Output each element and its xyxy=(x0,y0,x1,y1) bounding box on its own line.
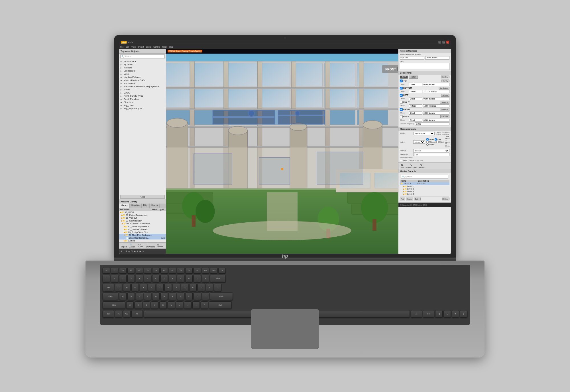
file-row-boom[interactable]: 📄 09122019 Boom Blo... DWG xyxy=(119,237,166,239)
label-button[interactable]: 🏷 Label xyxy=(138,243,145,248)
face-snap[interactable] xyxy=(435,138,437,141)
precision-input[interactable] xyxy=(413,153,449,156)
key-f10[interactable]: F10 xyxy=(185,268,193,273)
preset-level-2[interactable]: ▶📁 Level 2 xyxy=(402,188,449,190)
key-f11[interactable]: F11 xyxy=(194,268,201,273)
key-caps[interactable]: Caps xyxy=(103,293,118,300)
tab-library[interactable]: Library xyxy=(119,204,130,208)
key-y[interactable]: Y xyxy=(156,284,164,291)
menu-logic[interactable]: Logic xyxy=(146,46,151,48)
left-checkbox[interactable] xyxy=(400,94,403,97)
menu-archive[interactable]: Archive xyxy=(153,46,160,48)
object-snap[interactable] xyxy=(436,141,439,143)
key-minus[interactable]: - xyxy=(194,275,201,282)
set-right-button[interactable]: Set Right xyxy=(440,101,449,104)
key-5[interactable]: 5 xyxy=(144,275,151,282)
update-details-input[interactable]: Update details xyxy=(425,56,449,60)
tree-item-revit-function[interactable]: ▶ Revit_Function xyxy=(119,98,166,101)
key-p[interactable]: P xyxy=(189,284,197,291)
rotation-input[interactable] xyxy=(415,122,449,125)
key-f1[interactable]: F1 xyxy=(111,268,118,273)
key-f7[interactable]: F7 xyxy=(160,268,168,273)
tags-area[interactable] xyxy=(400,63,449,70)
key-6[interactable]: 6 xyxy=(152,275,160,282)
right-value-input[interactable] xyxy=(423,104,449,107)
key-equals[interactable]: = xyxy=(202,275,209,282)
assign-button[interactable]: 📎 Assign xyxy=(129,243,138,248)
tree-item-mech-plumbing[interactable]: ▶ Mechanical and Plumbing Systems xyxy=(119,85,166,88)
menu-view[interactable]: View xyxy=(131,46,136,48)
key-f4[interactable]: F4 xyxy=(136,268,143,273)
style-sets-input[interactable]: Style Sets xyxy=(400,56,424,60)
touchpad[interactable] xyxy=(251,309,319,349)
key-rbracket[interactable]: ] xyxy=(206,284,213,291)
preset-row-main[interactable]: 📁 701814... Basic Ma... xyxy=(400,182,449,185)
key-f[interactable]: F xyxy=(144,293,151,300)
top-value-input[interactable] xyxy=(423,83,449,86)
front-checkbox[interactable] xyxy=(400,108,403,111)
presets-search[interactable]: 🔍 Search xyxy=(401,175,448,179)
tab-search[interactable]: Search xyxy=(150,204,160,208)
key-7[interactable]: 7 xyxy=(160,275,168,282)
set-front-button[interactable]: Set Front xyxy=(440,108,449,111)
tree-item-tag-level[interactable]: ▶ Tag_Level xyxy=(119,104,166,107)
key-b[interactable]: B xyxy=(159,301,167,309)
key-r[interactable]: R xyxy=(140,284,147,291)
key-3[interactable]: 3 xyxy=(127,275,135,282)
file-row-archive[interactable]: ▶📁 Archive xyxy=(119,239,166,242)
key-f2[interactable]: F2 xyxy=(119,268,127,273)
toolbar-icon-1[interactable]: ⊕ xyxy=(121,250,123,253)
right-checkbox[interactable] xyxy=(400,101,403,104)
key-h[interactable]: H xyxy=(160,293,168,300)
key-o[interactable]: O xyxy=(181,284,188,291)
key-period[interactable]: . xyxy=(192,301,200,309)
key-f9[interactable]: F9 xyxy=(177,268,184,273)
clear-button[interactable]: ✕ Clear xyxy=(400,163,404,168)
key-slash[interactable]: / xyxy=(201,301,208,309)
temp-checkbox[interactable] xyxy=(400,159,402,161)
tree-item-mechanical[interactable]: ▶ Mechanical xyxy=(119,82,166,85)
edit-preset-button[interactable]: Edit... xyxy=(414,198,420,200)
measurements-header[interactable]: Measurements xyxy=(398,127,451,131)
tree-item-material[interactable]: ▶ Material Note – CAD xyxy=(119,79,166,82)
file-row-floorplan[interactable]: ▼📁 04_Floor Plan Backgrou... xyxy=(119,234,166,237)
toolbar-icon-2[interactable]: ↑ xyxy=(123,250,125,253)
key-9[interactable]: 9 xyxy=(177,275,184,282)
toolbar-icon-3[interactable]: ✦ xyxy=(125,250,127,253)
key-backslash[interactable]: \ xyxy=(214,284,221,291)
key-arrow-right[interactable]: ▶ xyxy=(460,310,467,318)
download-button[interactable]: ⬇ Download xyxy=(145,243,156,248)
key-e[interactable]: E xyxy=(131,284,139,291)
tree-item-lighting[interactable]: ▶ Lighting Fixtures xyxy=(119,76,166,79)
tree-item-revit-family[interactable]: ▶ Revit_Family_Type xyxy=(119,94,166,98)
key-0[interactable]: 0 xyxy=(185,275,193,282)
set-left-button[interactable]: Set Left xyxy=(441,94,449,97)
menu-object[interactable]: Object xyxy=(138,46,144,48)
file-row-site[interactable]: ▶📁 02_Site Utilization xyxy=(119,220,166,222)
key-c[interactable]: C xyxy=(143,301,150,309)
key-fn[interactable]: Fn xyxy=(115,310,122,318)
key-2[interactable]: 2 xyxy=(119,275,127,282)
group-preset-button[interactable]: Group xyxy=(406,198,413,200)
key-del[interactable]: Del xyxy=(218,268,226,273)
key-arrow-left[interactable]: ◀ xyxy=(435,310,443,318)
toolbar-icon-8[interactable]: ◆ xyxy=(139,250,141,253)
minimize-button[interactable]: − xyxy=(438,41,441,44)
key-backspace[interactable]: BkSp xyxy=(210,275,226,282)
delete-button[interactable]: 🗑 Delete xyxy=(156,243,165,248)
key-i[interactable]: I xyxy=(173,284,180,291)
format-select[interactable]: Decimal xyxy=(413,149,449,153)
file-row-vdcovp[interactable]: ▶📁 01_VDCOvP xyxy=(119,217,166,220)
key-w[interactable]: W xyxy=(123,284,131,291)
set-bottom-button[interactable]: Set Bottom xyxy=(439,87,449,90)
add-button[interactable]: + Add xyxy=(120,195,165,199)
key-enter[interactable]: Enter xyxy=(210,293,233,300)
file-row-vdco[interactable]: ▶📁 3S_VDCO xyxy=(119,211,166,214)
key-alt-left[interactable]: Alt xyxy=(131,310,143,318)
key-j[interactable]: J xyxy=(169,293,176,300)
tree-item-tag-physical[interactable]: ▶ Tag_PhysicalType xyxy=(119,107,166,110)
mode-select[interactable]: Point to Point xyxy=(413,132,435,135)
maximize-button[interactable]: □ xyxy=(442,41,445,44)
toolbar-icon-4[interactable]: ◈ xyxy=(128,250,130,253)
key-l[interactable]: L xyxy=(185,293,193,300)
